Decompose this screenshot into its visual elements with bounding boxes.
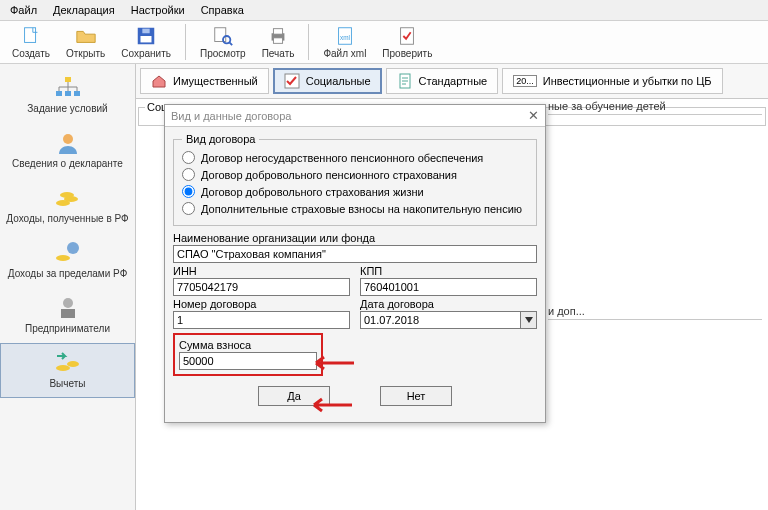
sidebar-item-declarant[interactable]: Сведения о декларанте	[0, 123, 135, 178]
tab-label: Инвестиционные и убытки по ЦБ	[543, 75, 712, 87]
menu-help[interactable]: Справка	[195, 2, 250, 18]
globe-coins-icon	[53, 240, 83, 266]
svg-rect-2	[141, 36, 152, 42]
tab-label: Стандартные	[419, 75, 488, 87]
group-legend: Вид договора	[182, 133, 259, 145]
folder-open-icon	[75, 25, 97, 47]
sidebar-item-entrepreneurs[interactable]: Предприниматели	[0, 288, 135, 343]
yes-button[interactable]: Да	[258, 386, 330, 406]
no-button[interactable]: Нет	[380, 386, 452, 406]
inn-input[interactable]	[173, 278, 350, 296]
sidebar-item-conditions[interactable]: Задание условий	[0, 68, 135, 123]
svg-rect-16	[74, 91, 80, 96]
svg-point-20	[60, 192, 74, 198]
check-icon	[396, 25, 418, 47]
sum-label: Сумма взноса	[179, 339, 317, 351]
svg-rect-13	[65, 77, 71, 82]
tab-label: Социальные	[306, 75, 371, 87]
radio-label: Дополнительные страховые взносы на накоп…	[201, 203, 522, 215]
check-button[interactable]: Проверить	[374, 23, 440, 61]
svg-text:xml: xml	[340, 34, 350, 41]
separator	[185, 24, 186, 60]
contract-dialog: Вид и данные договора ✕ Вид договора Дог…	[164, 104, 546, 423]
dialog-title: Вид и данные договора	[171, 110, 291, 122]
chevron-down-icon	[525, 317, 533, 323]
contract-date-label: Дата договора	[360, 298, 537, 310]
tab-standard[interactable]: Стандартные	[386, 68, 499, 94]
menu-settings[interactable]: Настройки	[125, 2, 191, 18]
svg-rect-3	[142, 29, 149, 34]
org-input[interactable]	[173, 245, 537, 263]
sidebar-item-income-rf[interactable]: Доходы, полученные в РФ	[0, 178, 135, 233]
document-icon	[397, 73, 413, 89]
toolbar-label: Открыть	[66, 48, 105, 59]
main-toolbar: Создать Открыть Сохранить Просмотр Печат…	[0, 21, 768, 64]
preview-button[interactable]: Просмотр	[192, 23, 254, 61]
tab-label: Имущественный	[173, 75, 258, 87]
kpp-input[interactable]	[360, 278, 537, 296]
toolbar-label: Проверить	[382, 48, 432, 59]
sum-input[interactable]	[179, 352, 317, 370]
magnifier-icon	[212, 25, 234, 47]
contract-date-input[interactable]	[360, 311, 521, 329]
children-education-header: ные за обучение детей	[548, 100, 762, 115]
checklist-icon	[284, 73, 300, 89]
print-button[interactable]: Печать	[254, 23, 303, 61]
radio-label: Договор негосударственного пенсионного о…	[201, 152, 483, 164]
briefcase-person-icon	[53, 295, 83, 321]
tab-social[interactable]: Социальные	[273, 68, 382, 94]
radio-life-insurance[interactable]: Договор добровольного страхования жизни	[182, 183, 528, 200]
menu-bar: Файл Декларация Настройки Справка	[0, 0, 768, 21]
badge-icon: 20...	[513, 75, 537, 87]
open-button[interactable]: Открыть	[58, 23, 113, 61]
sidebar-item-deductions[interactable]: Вычеты	[0, 343, 135, 398]
radio-extra-contrib[interactable]: Дополнительные страховые взносы на накоп…	[182, 200, 528, 217]
svg-point-21	[67, 242, 79, 254]
radio-npf[interactable]: Договор негосударственного пенсионного о…	[182, 149, 528, 166]
svg-point-26	[67, 361, 79, 367]
radio-voluntary-pension[interactable]: Договор добровольного пенсионного страхо…	[182, 166, 528, 183]
toolbar-label: Печать	[262, 48, 295, 59]
printer-icon	[267, 25, 289, 47]
hierarchy-icon	[53, 75, 83, 101]
xml-button[interactable]: xml Файл xml	[315, 23, 374, 61]
create-button[interactable]: Создать	[4, 23, 58, 61]
person-icon	[53, 130, 83, 156]
house-icon	[151, 73, 167, 89]
radio-label: Договор добровольного страхования жизни	[201, 186, 424, 198]
sidebar-item-income-abroad[interactable]: Доходы за пределами РФ	[0, 233, 135, 288]
sidebar-label: Предприниматели	[25, 323, 110, 334]
sum-highlight: Сумма взноса	[173, 333, 323, 376]
tab-investment[interactable]: 20... Инвестиционные и убытки по ЦБ	[502, 68, 722, 94]
sidebar-label: Доходы за пределами РФ	[8, 268, 127, 279]
close-icon[interactable]: ✕	[528, 108, 539, 123]
toolbar-label: Файл xml	[323, 48, 366, 59]
sidebar: Задание условий Сведения о декларанте До…	[0, 64, 136, 510]
svg-rect-0	[25, 28, 36, 43]
sidebar-label: Доходы, полученные в РФ	[6, 213, 128, 224]
date-dropdown-button[interactable]	[521, 311, 537, 329]
sidebar-label: Вычеты	[49, 378, 85, 389]
svg-rect-8	[273, 29, 282, 35]
xml-file-icon: xml	[334, 25, 356, 47]
coins-return-icon	[53, 350, 83, 376]
tab-property[interactable]: Имущественный	[140, 68, 269, 94]
save-button[interactable]: Сохранить	[113, 23, 179, 61]
menu-declaration[interactable]: Декларация	[47, 2, 121, 18]
svg-rect-15	[65, 91, 71, 96]
svg-point-25	[56, 365, 70, 371]
svg-point-22	[56, 255, 70, 261]
contract-number-input[interactable]	[173, 311, 350, 329]
svg-point-23	[63, 298, 73, 308]
separator	[308, 24, 309, 60]
new-file-icon	[20, 25, 42, 47]
menu-file[interactable]: Файл	[4, 2, 43, 18]
radio-label: Договор добровольного пенсионного страхо…	[201, 169, 457, 181]
contract-number-label: Номер договора	[173, 298, 350, 310]
sidebar-label: Задание условий	[27, 103, 107, 114]
extra-row: и доп...	[548, 305, 762, 320]
dialog-titlebar: Вид и данные договора ✕	[165, 105, 545, 127]
toolbar-label: Создать	[12, 48, 50, 59]
inn-label: ИНН	[173, 265, 350, 277]
floppy-icon	[135, 25, 157, 47]
